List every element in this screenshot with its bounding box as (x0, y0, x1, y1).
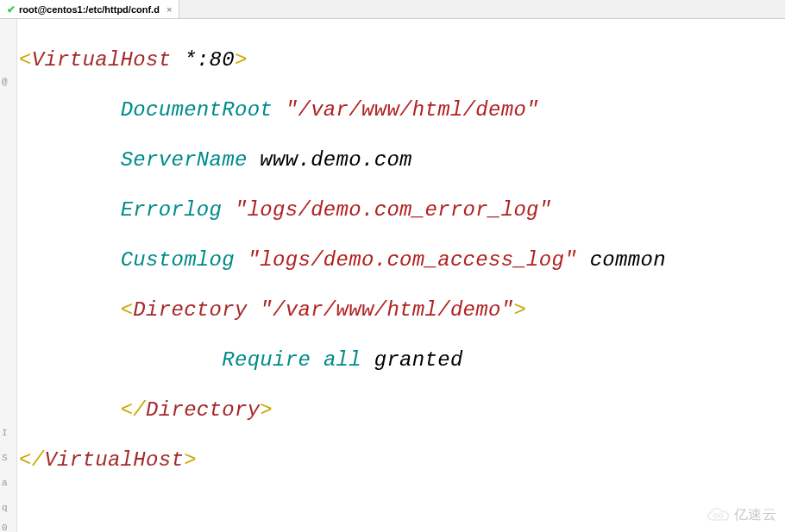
gutter-marker: 0 (2, 523, 8, 532)
tab-bar: ✔ root@centos1:/etc/httpd/conf.d × (0, 0, 785, 19)
gutter-marker: I (2, 429, 8, 438)
svg-point-1 (719, 513, 723, 516)
gutter: @ I S a q 0 (0, 19, 17, 532)
watermark-text: 亿速云 (734, 502, 776, 527)
tab-title: root@centos1:/etc/httpd/conf.d (19, 4, 160, 15)
code-line: </VirtualHost> (19, 448, 785, 473)
close-icon[interactable]: × (166, 4, 172, 15)
gutter-at-icon: @ (2, 78, 8, 87)
code-line: Require all granted (19, 347, 785, 372)
code-line: Customlog "logs/demo.com_access_log" com… (19, 247, 785, 272)
watermark: 亿速云 (706, 502, 776, 527)
code-line: <Directory "/var/www/html/demo"> (19, 297, 785, 322)
code-line: DocumentRoot "/var/www/html/demo" (19, 97, 785, 122)
code-line: ServerName www.demo.com (19, 147, 785, 172)
cloud-icon (706, 507, 731, 523)
code-line: Errorlog "logs/demo.com_error_log" (19, 197, 785, 222)
code-area[interactable]: <VirtualHost *:80> DocumentRoot "/var/ww… (17, 19, 785, 532)
editor-area: @ I S a q 0 <VirtualHost *:80> DocumentR… (0, 19, 785, 532)
code-line (19, 498, 785, 523)
gutter-marker: S (2, 454, 8, 463)
check-icon: ✔ (7, 3, 16, 16)
editor-tab[interactable]: ✔ root@centos1:/etc/httpd/conf.d × (0, 0, 179, 18)
gutter-marker: q (2, 504, 8, 513)
code-line: </Directory> (19, 397, 785, 422)
gutter-marker: a (2, 479, 8, 488)
code-line: <VirtualHost *:80> (19, 47, 785, 72)
svg-point-0 (714, 513, 718, 516)
